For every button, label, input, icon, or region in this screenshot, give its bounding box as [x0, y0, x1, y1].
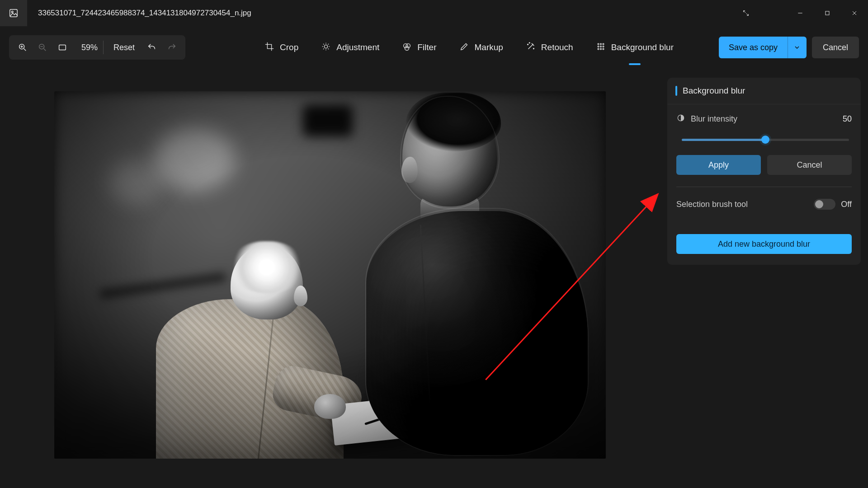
svg-point-13 [598, 43, 599, 45]
tab-retouch[interactable]: Retouch [526, 26, 573, 69]
tab-crop[interactable]: Crop [264, 26, 298, 69]
crop-icon [264, 42, 274, 54]
svg-point-17 [600, 46, 601, 47]
side-panel: Background blur Blur intensity 50 [660, 69, 868, 488]
svg-point-18 [603, 46, 604, 47]
svg-rect-2 [826, 11, 829, 15]
image-canvas[interactable] [54, 91, 606, 459]
svg-point-1 [11, 11, 13, 13]
selection-brush-state: Off [841, 200, 852, 209]
tab-crop-label: Crop [280, 42, 298, 52]
zoom-out-icon[interactable] [33, 38, 52, 56]
blur-intensity-value: 50 [843, 114, 852, 124]
svg-point-14 [600, 43, 601, 45]
save-split-button: Save as copy [719, 37, 807, 58]
header-accent [675, 86, 677, 96]
tab-adjustment-label: Adjustment [336, 42, 379, 52]
svg-point-10 [528, 44, 528, 45]
selection-brush-row: Selection brush tool Off [676, 199, 852, 210]
tab-markup-label: Markup [475, 42, 503, 52]
tool-tabs: Crop Adjustment Filter Markup Retouch [264, 26, 674, 69]
panel-header: Background blur [667, 78, 861, 104]
zoom-percent[interactable]: 59% [73, 43, 100, 52]
tab-filter-label: Filter [417, 42, 436, 52]
svg-rect-5 [59, 45, 66, 50]
svg-rect-0 [10, 9, 18, 17]
reset-button[interactable]: Reset [107, 38, 141, 56]
svg-point-11 [533, 48, 534, 49]
divider [103, 41, 104, 54]
tab-markup[interactable]: Markup [459, 26, 503, 69]
retouch-icon [526, 42, 536, 54]
close-icon[interactable] [841, 0, 868, 26]
minimize-icon[interactable] [787, 0, 814, 26]
apply-button[interactable]: Apply [676, 155, 761, 175]
blur-intensity-row: Blur intensity 50 [676, 113, 852, 124]
toolbar: 59% Reset Crop Adjustment Filter [0, 26, 868, 69]
tab-adjustment[interactable]: Adjustment [321, 26, 379, 69]
redo-icon[interactable] [163, 38, 181, 56]
svg-point-8 [406, 43, 410, 47]
svg-point-21 [603, 48, 604, 50]
titlebar: 336531071_724423465988374_14341318049727… [0, 0, 868, 26]
svg-point-6 [325, 45, 328, 48]
svg-point-19 [598, 48, 599, 50]
save-dropdown-icon[interactable] [788, 37, 807, 58]
cancel-button[interactable]: Cancel [812, 37, 859, 58]
zoom-group: 59% Reset [9, 35, 185, 60]
app-icon [0, 0, 27, 26]
fullscreen-icon[interactable] [732, 0, 760, 26]
selection-brush-label: Selection brush tool [676, 200, 748, 209]
tab-filter[interactable]: Filter [402, 26, 436, 69]
svg-point-12 [529, 42, 530, 43]
svg-point-20 [600, 48, 601, 50]
selection-brush-toggle[interactable] [814, 199, 835, 210]
background-blur-icon [596, 42, 606, 54]
undo-icon[interactable] [143, 38, 161, 56]
filter-icon [402, 42, 412, 54]
blur-intensity-label: Blur intensity [691, 114, 737, 124]
tab-background-blur-label: Background blur [611, 42, 674, 52]
adjustment-icon [321, 42, 331, 54]
svg-point-9 [405, 46, 409, 50]
filename: 336531071_724423465988374_14341318049727… [27, 0, 262, 26]
tab-background-blur[interactable]: Background blur [596, 26, 674, 69]
zoom-in-icon[interactable] [14, 38, 32, 56]
svg-point-15 [603, 43, 604, 45]
canvas-area[interactable] [0, 69, 660, 488]
tab-retouch-label: Retouch [541, 42, 573, 52]
markup-icon [459, 42, 469, 54]
divider [676, 187, 852, 187]
blur-intensity-icon [676, 113, 685, 124]
fit-screen-icon[interactable] [53, 38, 71, 56]
svg-point-16 [598, 46, 599, 47]
blur-intensity-slider[interactable] [682, 134, 849, 145]
add-new-background-blur-button[interactable]: Add new background blur [676, 234, 852, 254]
maximize-icon[interactable] [814, 0, 841, 26]
panel-cancel-button[interactable]: Cancel [767, 155, 852, 175]
panel-title: Background blur [683, 86, 745, 96]
save-as-copy-button[interactable]: Save as copy [719, 37, 788, 58]
